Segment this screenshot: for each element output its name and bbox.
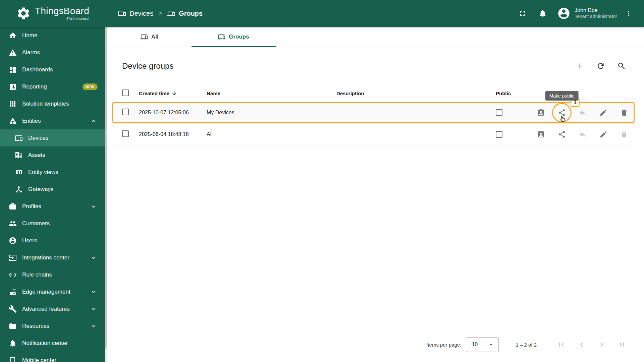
sidebar-item-home[interactable]: Home [0,27,105,44]
sidebar: Home Alarms Dashboards Reporting NEW Sol… [0,27,105,362]
sidebar-item-profiles[interactable]: Profiles [0,198,105,215]
user-menu-button[interactable] [625,9,633,17]
scrollbar-thumb[interactable] [105,27,107,349]
add-group-button[interactable] [576,62,584,70]
app-logo[interactable]: ThingsBoard Professional [0,6,105,21]
entity-tabs: All Groups [107,27,644,47]
reply-arrow-icon [579,130,587,138]
refresh-icon [596,62,605,70]
search-button[interactable] [617,62,626,70]
edit-button[interactable] [596,128,611,141]
sidebar-item-rule-chains[interactable]: Rule chains [0,266,105,283]
top-bar: ThingsBoard Professional Devices > Group… [0,0,644,27]
sidebar-item-alarms[interactable]: Alarms [0,44,105,61]
account-circle-icon [557,7,571,20]
make-public-button[interactable]: Make public 1 [554,106,569,119]
chevron-down-icon [90,288,98,296]
folder-icon [9,322,17,330]
user-info[interactable]: John Doe Tenant administrator [575,7,617,20]
sidebar-item-dashboards[interactable]: Dashboards [0,61,105,78]
sidebar-item-devices[interactable]: Devices [0,129,105,146]
tab-all[interactable]: All [107,27,192,47]
delete-button [617,128,632,141]
sidebar-item-entities[interactable]: Entities [0,112,105,129]
home-icon [9,32,17,40]
manage-users-button[interactable] [534,106,548,119]
devices-icon [167,9,175,17]
public-checkbox[interactable] [496,109,502,116]
manage-users-button[interactable] [534,128,548,141]
breadcrumb-devices[interactable]: Devices [118,9,153,17]
notifications-button[interactable] [538,9,547,18]
items-per-page-select[interactable]: 10 [466,337,499,352]
edit-button[interactable] [596,106,611,119]
input-icon [9,254,17,262]
pencil-icon [599,109,607,117]
sidebar-item-entity-views[interactable]: Entity views [0,164,105,181]
devices-icon [141,33,148,41]
smartphone-icon [9,356,17,362]
first-page-button [551,337,572,352]
breadcrumb: Devices > Groups [118,9,203,17]
chevron-down-icon [90,322,98,330]
delete-button[interactable] [617,106,632,119]
row-checkbox[interactable] [122,130,129,137]
share-icon [558,130,566,138]
chevron-down-icon [90,203,98,210]
breadcrumb-groups[interactable]: Groups [167,9,203,17]
devices-icon [218,33,225,41]
main-content: All Groups Device groups [107,27,644,362]
make-public-tooltip: Make public [545,91,579,101]
column-public[interactable]: Public [484,90,531,96]
entity-views-icon [15,168,23,176]
more-vert-icon [625,9,633,17]
cell-created-time: 2025-06-04 18:48:18 [139,131,207,137]
refresh-button[interactable] [596,62,605,70]
column-created-time[interactable]: Created time [139,90,169,96]
new-badge: NEW [83,83,98,90]
device-groups-card: Device groups Created time Name Descript… [112,47,635,362]
person-circle-icon [9,237,17,245]
sidebar-item-gateways[interactable]: Gateways [0,181,105,198]
sidebar-item-solution-templates[interactable]: Solution templates [0,95,105,112]
rule-chains-icon [9,271,17,279]
sidebar-item-mobile-center[interactable]: Mobile center [0,352,105,362]
sidebar-item-reporting[interactable]: Reporting NEW [0,78,105,95]
chevron-left-icon [577,340,586,349]
sidebar-item-advanced-features[interactable]: Advanced features [0,300,105,317]
warning-icon [9,49,17,57]
public-checkbox[interactable] [496,131,502,138]
tab-groups[interactable]: Groups [192,27,276,47]
fullscreen-button[interactable] [518,9,527,18]
dashboard-icon [9,66,17,74]
sidebar-item-notification-center[interactable]: Notification center [0,335,105,352]
page-range: 1 – 2 of 2 [516,342,537,348]
profiles-briefcase-icon [9,202,17,210]
search-icon [617,62,626,70]
avatar[interactable] [557,7,571,20]
table-row-my-devices[interactable]: 2025-10-07 12:05:06 My Devices Make publ… [112,102,635,124]
sidebar-item-resources[interactable]: Resources [0,317,105,335]
sidebar-item-integrations-center[interactable]: Integrations center [0,249,105,266]
last-page-icon [618,340,626,349]
sidebar-item-customers[interactable]: Customers [0,215,105,232]
header-actions: John Doe Tenant administrator [507,7,644,20]
trash-icon [620,109,628,117]
sidebar-item-assets[interactable]: Assets [0,146,105,164]
make-public-button[interactable] [554,128,569,141]
brand-name: ThingsBoard [35,6,89,16]
column-name[interactable]: Name [207,90,336,96]
user-role: Tenant administrator [575,14,617,20]
sidebar-item-edge-management[interactable]: Edge management [0,283,105,300]
entities-icon [9,117,17,125]
select-all-checkbox[interactable] [122,89,129,96]
table-row-all[interactable]: 2025-06-04 18:48:18 All [112,124,635,145]
apps-grid-icon [9,100,17,108]
cell-name: All [207,131,336,137]
row-checkbox[interactable] [122,109,129,115]
sort-descending-icon[interactable] [171,90,177,96]
column-description[interactable]: Description [336,90,484,96]
chevron-right-icon [597,340,606,349]
sidebar-item-users[interactable]: Users [0,232,105,249]
sidebar-scrollbar[interactable] [105,27,107,362]
